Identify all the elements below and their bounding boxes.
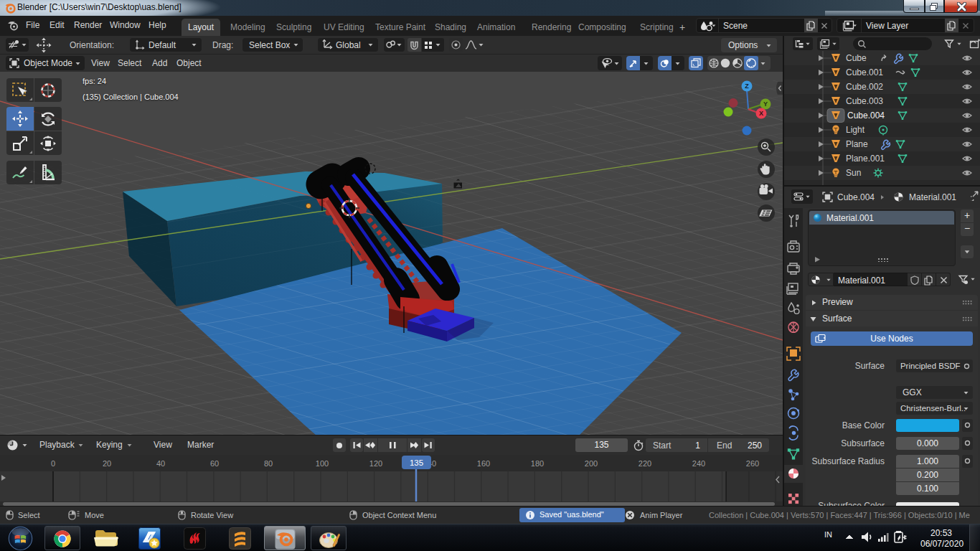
svg-text:20: 20 [103, 459, 111, 468]
svg-text:100: 100 [316, 459, 329, 468]
svg-text:X: X [759, 110, 763, 117]
svg-text:Sun: Sun [846, 168, 861, 178]
svg-text:Cube.004: Cube.004 [847, 110, 885, 121]
svg-text:160: 160 [477, 459, 490, 468]
svg-text:135: 135 [410, 458, 423, 467]
svg-text:Cube.003: Cube.003 [846, 96, 883, 106]
svg-text:Cube.001: Cube.001 [846, 67, 883, 77]
svg-text:120: 120 [369, 459, 382, 468]
svg-text:180: 180 [531, 459, 544, 468]
svg-text:Cube: Cube [846, 53, 867, 63]
svg-text:Z: Z [745, 83, 749, 90]
svg-text:240: 240 [692, 459, 705, 468]
svg-text:0: 0 [51, 459, 55, 468]
svg-text:40: 40 [156, 459, 165, 468]
svg-text:80: 80 [264, 459, 273, 468]
svg-text:220: 220 [639, 459, 651, 468]
svg-text:Y: Y [763, 100, 768, 108]
svg-text:200: 200 [585, 459, 598, 468]
svg-text:Plane.001: Plane.001 [846, 154, 885, 164]
svg-text:260: 260 [746, 459, 759, 468]
svg-text:Plane: Plane [846, 139, 868, 149]
svg-text:Cube.002: Cube.002 [846, 82, 883, 92]
svg-text:Light: Light [846, 125, 865, 135]
svg-text:60: 60 [210, 459, 219, 468]
